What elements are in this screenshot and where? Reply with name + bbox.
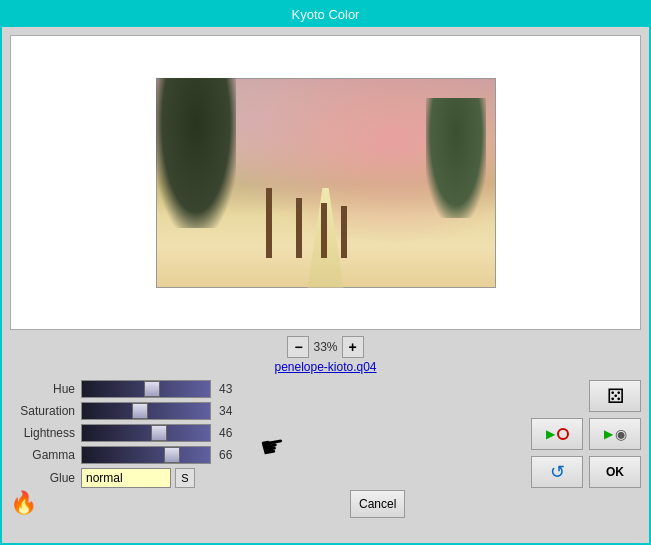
tree-right-decor: [426, 98, 486, 218]
hue-thumb[interactable]: [144, 381, 160, 397]
gamma-label: Gamma: [10, 448, 75, 462]
saturation-label: Saturation: [10, 404, 75, 418]
title-bar: Kyoto Color: [2, 2, 649, 27]
gamma-row: Gamma 66: [10, 446, 513, 464]
controls-row: Hue 43 Saturation 34 Lightness: [10, 380, 641, 488]
filename-label[interactable]: penelope-kioto.q04: [10, 360, 641, 374]
preview-image: [156, 78, 496, 288]
gamma-thumb[interactable]: [164, 447, 180, 463]
glue-label: Glue: [10, 471, 75, 485]
window-title: Kyoto Color: [292, 7, 360, 22]
zoom-in-button[interactable]: +: [342, 336, 364, 358]
zoom-row: − 33% +: [10, 336, 641, 358]
flame-icon: 🔥: [10, 490, 37, 516]
sliders-section: Hue 43 Saturation 34 Lightness: [10, 380, 513, 488]
lightness-thumb[interactable]: [151, 425, 167, 441]
saturation-thumb[interactable]: [132, 403, 148, 419]
preview-canvas: [156, 78, 496, 288]
cancel-button[interactable]: Cancel: [350, 490, 405, 518]
hue-row: Hue 43: [10, 380, 513, 398]
ok-button[interactable]: OK: [589, 456, 641, 488]
gamma-value: 66: [219, 448, 249, 462]
reset-ok-row: ↺ OK: [531, 456, 641, 488]
saturation-slider[interactable]: [81, 402, 211, 420]
bottom-row: 🔥 Cancel: [10, 490, 641, 516]
lightness-value: 46: [219, 426, 249, 440]
play-rec-row: ▶ ▶ ◉: [531, 418, 641, 450]
lightness-slider[interactable]: [81, 424, 211, 442]
play-record-button[interactable]: ▶: [531, 418, 583, 450]
zoom-value: 33%: [313, 340, 337, 354]
tree-left-decor: [156, 78, 236, 228]
ok-label: OK: [606, 465, 624, 479]
reset-button[interactable]: ↺: [531, 456, 583, 488]
reset-icon: ↺: [550, 461, 565, 483]
lightness-row: Lightness 46: [10, 424, 513, 442]
fence-post-4: [341, 206, 347, 258]
fence-post-2: [296, 198, 302, 258]
glue-row: Glue S: [10, 468, 513, 488]
record-icon: [557, 428, 569, 440]
saturation-value: 34: [219, 404, 249, 418]
content-area: − 33% + penelope-kioto.q04 Hue 43 Satura…: [2, 27, 649, 543]
dice-icon: ⚄: [607, 384, 624, 408]
hue-label: Hue: [10, 382, 75, 396]
play-forward-icon: ▶: [604, 427, 613, 441]
hue-value: 43: [219, 382, 249, 396]
play-icon: ▶: [546, 427, 555, 441]
glue-input[interactable]: [81, 468, 171, 488]
zoom-out-button[interactable]: −: [287, 336, 309, 358]
hue-slider[interactable]: [81, 380, 211, 398]
glue-s-button[interactable]: S: [175, 468, 195, 488]
saturation-row: Saturation 34: [10, 402, 513, 420]
right-buttons-section: ⚄ ▶ ▶ ◉ ↺: [531, 380, 641, 488]
fence-post-1: [266, 188, 272, 258]
fence-post-3: [321, 203, 327, 258]
gamma-slider[interactable]: [81, 446, 211, 464]
play-back-button[interactable]: ▶ ◉: [589, 418, 641, 450]
main-window: Kyoto Color − 33% + penelop: [0, 0, 651, 545]
lightness-label: Lightness: [10, 426, 75, 440]
preview-area: [10, 35, 641, 330]
dice-button[interactable]: ⚄: [589, 380, 641, 412]
play-back-icon: ◉: [615, 426, 627, 442]
